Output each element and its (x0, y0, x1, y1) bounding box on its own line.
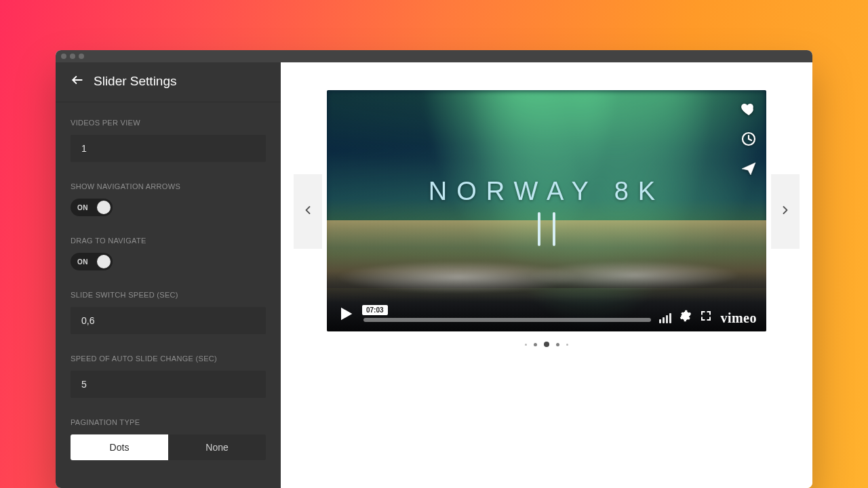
show-arrows-toggle[interactable]: ON (71, 199, 113, 216)
window-min-dot[interactable] (70, 54, 75, 59)
setting-show-arrows: SHOW NAVIGATION ARROWS ON (71, 182, 266, 216)
toggle-state-label: ON (71, 204, 88, 211)
setting-drag-to-navigate: DRAG TO NAVIGATE ON (71, 237, 266, 270)
setting-switch-speed: SLIDE SWITCH SPEED (SEC) (71, 291, 266, 334)
videos-per-view-input[interactable] (71, 135, 266, 162)
video-thumbnail-bg (327, 90, 766, 331)
video-controls: 07:03 vimeo (327, 296, 766, 331)
video-scrubber[interactable] (363, 318, 651, 322)
video-duration-badge: 07:03 (362, 305, 388, 315)
video-player[interactable]: NORWAY 8K 07:03 (327, 90, 766, 331)
pagination-option-dots[interactable]: Dots (71, 434, 168, 460)
video-side-actions (741, 101, 757, 180)
setting-label: PAGINATION TYPE (71, 418, 266, 426)
chevron-left-icon (301, 203, 315, 220)
drag-nav-toggle[interactable]: ON (71, 253, 113, 270)
setting-label: VIDEOS PER VIEW (71, 119, 266, 127)
setting-videos-per-view: VIDEOS PER VIEW (71, 119, 266, 162)
app-window: Slider Settings VIDEOS PER VIEW SHOW NAV… (56, 50, 812, 488)
setting-label: SLIDE SWITCH SPEED (SEC) (71, 291, 266, 299)
pagination-dot[interactable] (566, 344, 568, 346)
pagination-dot[interactable] (525, 344, 527, 346)
toggle-knob (97, 255, 111, 268)
svg-marker-2 (341, 308, 352, 321)
sidebar-header: Slider Settings (56, 62, 281, 102)
auto-speed-input[interactable] (71, 371, 266, 398)
window-max-dot[interactable] (79, 54, 84, 59)
vimeo-logo[interactable]: vimeo (720, 310, 757, 326)
pagination-dot-active[interactable] (544, 342, 549, 347)
back-icon[interactable] (71, 73, 84, 89)
toggle-knob (97, 201, 111, 214)
switch-speed-input[interactable] (71, 307, 266, 334)
gear-icon[interactable] (679, 310, 692, 325)
window-titlebar (56, 50, 812, 62)
setting-label: SPEED OF AUTO SLIDE CHANGE (SEC) (71, 354, 266, 363)
paper-plane-icon[interactable] (741, 161, 757, 180)
slider-prev-button[interactable] (294, 174, 322, 249)
pagination-dot[interactable] (556, 343, 559, 346)
toggle-state-label: ON (71, 258, 88, 266)
setting-label: SHOW NAVIGATION ARROWS (71, 182, 266, 190)
setting-pagination-type: PAGINATION TYPE Dots None (71, 418, 266, 460)
volume-icon[interactable] (659, 313, 671, 323)
page-title: Slider Settings (94, 74, 177, 89)
setting-label: DRAG TO NAVIGATE (71, 237, 266, 245)
fullscreen-icon[interactable] (700, 310, 712, 325)
play-button[interactable] (336, 304, 355, 326)
slider-next-button[interactable] (771, 174, 800, 249)
pagination-dot[interactable] (534, 343, 537, 346)
heart-icon[interactable] (741, 101, 757, 120)
slider-pagination-dots[interactable] (525, 342, 568, 347)
video-title-decoration (538, 212, 555, 246)
settings-sidebar: Slider Settings VIDEOS PER VIEW SHOW NAV… (56, 62, 281, 488)
pagination-segmented-control: Dots None (71, 434, 266, 460)
chevron-right-icon (778, 203, 792, 220)
pagination-option-none[interactable]: None (168, 434, 266, 460)
setting-auto-speed: SPEED OF AUTO SLIDE CHANGE (SEC) (71, 354, 266, 398)
preview-area: NORWAY 8K 07:03 (281, 62, 812, 488)
window-close-dot[interactable] (61, 54, 66, 59)
clock-icon[interactable] (741, 131, 757, 150)
video-title: NORWAY 8K (327, 177, 766, 206)
